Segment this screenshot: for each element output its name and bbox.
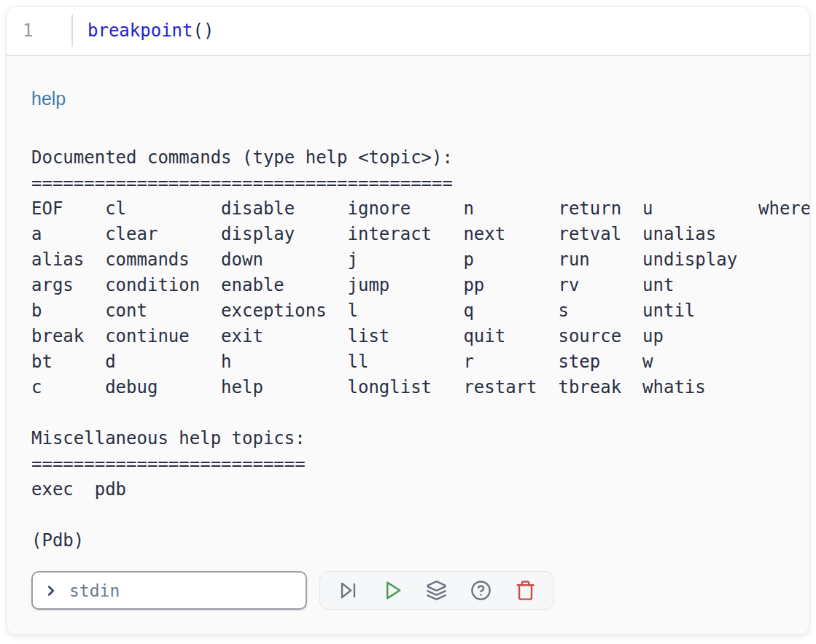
layers-icon (426, 580, 447, 601)
debugger-toolbar (319, 571, 554, 610)
continue-run-button[interactable] (378, 576, 407, 605)
pdb-help-output: Documented commands (type help <topic>):… (31, 145, 795, 554)
code-editor-line: 1 breakpoint() (7, 7, 809, 56)
help-button[interactable] (467, 576, 496, 605)
quit-debugger-button[interactable] (511, 576, 540, 605)
stdin-input[interactable] (68, 581, 295, 601)
help-circle-icon (470, 580, 491, 601)
stdin-inputbox[interactable] (31, 571, 307, 610)
debugger-controls-row (31, 571, 795, 610)
stack-frames-button[interactable] (422, 576, 451, 605)
chevron-right-icon (43, 583, 59, 599)
step-next-button[interactable] (333, 576, 362, 605)
line-number-gutter: 1 (7, 20, 71, 41)
play-icon (382, 580, 403, 601)
debugger-cell-card: 1 breakpoint() help Documented commands … (6, 6, 810, 635)
code-parens-token: () (193, 20, 214, 41)
trash-icon (515, 580, 536, 601)
echoed-command: help (31, 87, 795, 110)
skip-forward-icon (338, 580, 359, 601)
code-function-token: breakpoint (88, 20, 193, 41)
console-output-area: help Documented commands (type help <top… (7, 56, 809, 635)
code-editor-content[interactable]: breakpoint() (73, 20, 214, 41)
